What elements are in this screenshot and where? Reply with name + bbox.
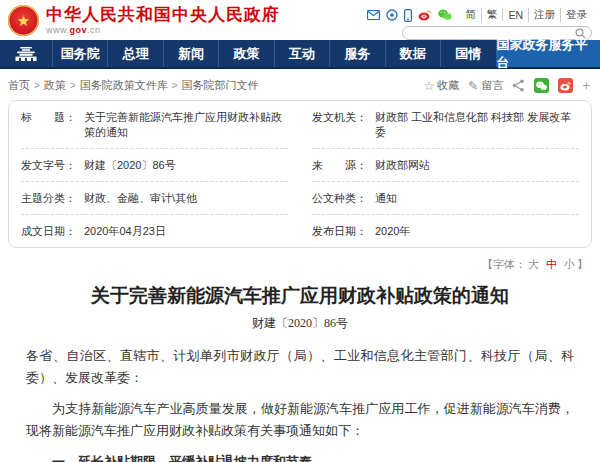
nav-item-state-council[interactable]: 国务院 — [52, 40, 107, 67]
lang-simplified[interactable]: 简 — [460, 8, 481, 22]
meta-subject-category: 主题分类： 财政、金融、审计\其他 — [21, 182, 288, 215]
breadcrumb-home[interactable]: 首页 — [8, 78, 30, 93]
article-doc-number: 财建〔2020〕86号 — [26, 315, 574, 332]
document-meta-table: 标 题： 关于完善新能源汽车推广应用财政补贴政策的通知 发文机关： 财政部 工业… — [8, 100, 592, 248]
site-url-gov: gov — [70, 25, 88, 35]
nav-item-news[interactable]: 新闻 — [163, 40, 218, 67]
font-size-small-button[interactable]: 小 — [562, 258, 577, 270]
site-name: 中华人民共和国中央人民政府 — [46, 5, 280, 25]
article-section-heading-1: 一、延长补贴期限，平缓补贴退坡力度和节奏 — [26, 451, 574, 462]
article-title: 关于完善新能源汽车推广应用财政补贴政策的通知 — [26, 284, 574, 308]
breadcrumb-policy[interactable]: 政策 — [44, 78, 66, 93]
breadcrumb: 首页 > 政策 > 国务院政策文件库 > 国务院部门文件 — [8, 78, 259, 93]
nav-item-policy[interactable]: 政策 — [218, 40, 273, 67]
meta-publish-date-value: 2020年 — [375, 224, 410, 239]
font-size-suffix: 】 — [577, 258, 588, 270]
share-icon[interactable] — [512, 79, 525, 92]
pencil-icon: ✎ — [468, 80, 478, 92]
mail-icon[interactable] — [367, 10, 380, 20]
meta-written-date: 成文日期： 2020年04月23日 — [21, 215, 288, 247]
article-intro-paragraph: 为支持新能源汽车产业高质量发展，做好新能源汽车推广应用工作，促进新能源汽车消费，… — [26, 398, 574, 442]
meta-source-label: 来 源： — [312, 158, 367, 173]
lang-english[interactable]: EN — [502, 9, 528, 21]
nav-item-data[interactable]: 数据 — [385, 40, 440, 67]
emblem-star-glyph: ★ — [17, 13, 30, 28]
meta-source-value: 财政部网站 — [375, 158, 430, 173]
main-nav: 国务院 总理 新闻 政策 互动 服务 数据 国情 国家政务服务平台 — [0, 40, 600, 69]
login-link[interactable]: 登录 — [560, 8, 592, 22]
meta-doc-number-value: 财建〔2020〕86号 — [84, 158, 176, 173]
mobile-icon[interactable] — [404, 9, 412, 22]
font-size-prefix: 【字体： — [482, 258, 526, 270]
client-icon[interactable] — [386, 9, 398, 21]
comment-label: 留言 — [481, 78, 503, 93]
site-logo[interactable]: ★ 中华人民共和国中央人民政府 www.gov.cn — [8, 3, 280, 40]
site-url: www.gov.cn — [46, 25, 280, 36]
star-icon: ☆ — [424, 80, 435, 92]
nav-item-national-conditions[interactable]: 国情 — [440, 40, 495, 67]
meta-publish-date: 发布日期： 2020年 — [312, 215, 579, 247]
meta-doc-number: 发文字号： 财建〔2020〕86号 — [21, 149, 288, 182]
meta-doc-type: 公文种类： 通知 — [312, 182, 579, 215]
meta-issuing-agency-label: 发文机关： — [312, 110, 367, 125]
breadcrumb-separator: > — [34, 80, 40, 91]
font-size-control: 【字体：大 中 小】 — [0, 248, 600, 272]
share-weibo-icon[interactable] — [558, 78, 573, 93]
article-addressees: 各省、自治区、直辖市、计划单列市财政厅（局）、工业和信息化主管部门、科技厅（局、… — [26, 345, 574, 389]
header-utility-row: 简 繁 EN 注册 登录 — [367, 8, 592, 22]
meta-publish-date-label: 发布日期： — [312, 224, 367, 239]
weibo-icon[interactable] — [418, 9, 432, 21]
wechat-icon[interactable] — [438, 9, 452, 21]
meta-issuing-agency-value: 财政部 工业和信息化部 科技部 发展改革委 — [375, 110, 579, 140]
meta-source: 来 源： 财政部网站 — [312, 149, 579, 182]
page-tools: ☆ 收藏 ✎ 留言 + — [424, 78, 590, 93]
share-wechat-icon[interactable] — [534, 78, 549, 93]
meta-subject-category-label: 主题分类： — [21, 191, 76, 206]
national-emblem-icon: ★ — [8, 5, 39, 36]
meta-doc-type-value: 通知 — [375, 191, 397, 206]
nav-item-interact[interactable]: 互动 — [274, 40, 329, 67]
meta-title-label: 标 题： — [21, 110, 76, 125]
meta-title: 标 题： 关于完善新能源汽车推广应用财政补贴政策的通知 — [21, 101, 288, 149]
gov-cn-page: { "header": { "site_name": "中华人民共和国中央人民政… — [0, 0, 600, 462]
site-title-block: 中华人民共和国中央人民政府 www.gov.cn — [46, 5, 280, 36]
nav-home-tiananmen-icon[interactable] — [0, 40, 52, 67]
comment-button[interactable]: ✎ 留言 — [468, 78, 503, 93]
meta-issuing-agency: 发文机关： 财政部 工业和信息化部 科技部 发展改革委 — [312, 101, 579, 149]
meta-doc-type-label: 公文种类： — [312, 191, 367, 206]
nav-item-gov-service-platform[interactable]: 国家政务服务平台 — [496, 40, 600, 67]
nav-item-premier[interactable]: 总理 — [107, 40, 162, 67]
meta-title-value: 关于完善新能源汽车推广应用财政补贴政策的通知 — [84, 110, 288, 140]
breadcrumb-policy-library[interactable]: 国务院政策文件库 — [80, 78, 168, 93]
breadcrumb-separator: > — [70, 80, 76, 91]
font-size-large-button[interactable]: 大 — [526, 258, 541, 270]
document-article: 关于完善新能源汽车推广应用财政补贴政策的通知 财建〔2020〕86号 各省、自治… — [0, 272, 600, 462]
header-right: 简 繁 EN 注册 登录 — [367, 3, 592, 40]
favorite-label: 收藏 — [437, 78, 459, 93]
breadcrumb-department-documents[interactable]: 国务院部门文件 — [182, 78, 259, 93]
breadcrumb-row: 首页 > 政策 > 国务院政策文件库 > 国务院部门文件 ☆ 收藏 ✎ 留言 + — [0, 69, 600, 100]
lang-traditional[interactable]: 繁 — [481, 8, 503, 22]
register-link[interactable]: 注册 — [528, 8, 560, 22]
favorite-button[interactable]: ☆ 收藏 — [424, 78, 460, 93]
site-url-www: www. — [46, 25, 70, 35]
meta-written-date-label: 成文日期： — [21, 224, 76, 239]
meta-written-date-value: 2020年04月23日 — [84, 224, 166, 239]
meta-subject-category-value: 财政、金融、审计\其他 — [84, 191, 197, 206]
lang-switcher: 简 繁 EN 注册 登录 — [460, 8, 592, 22]
font-size-medium-button[interactable]: 中 — [544, 258, 559, 270]
more-share-button[interactable]: + — [582, 78, 590, 93]
meta-doc-number-label: 发文字号： — [21, 158, 76, 173]
breadcrumb-separator: > — [172, 80, 178, 91]
site-header: ★ 中华人民共和国中央人民政府 www.gov.cn 简 — [0, 0, 600, 40]
site-url-cn: .cn — [87, 25, 101, 35]
nav-item-services[interactable]: 服务 — [329, 40, 384, 67]
